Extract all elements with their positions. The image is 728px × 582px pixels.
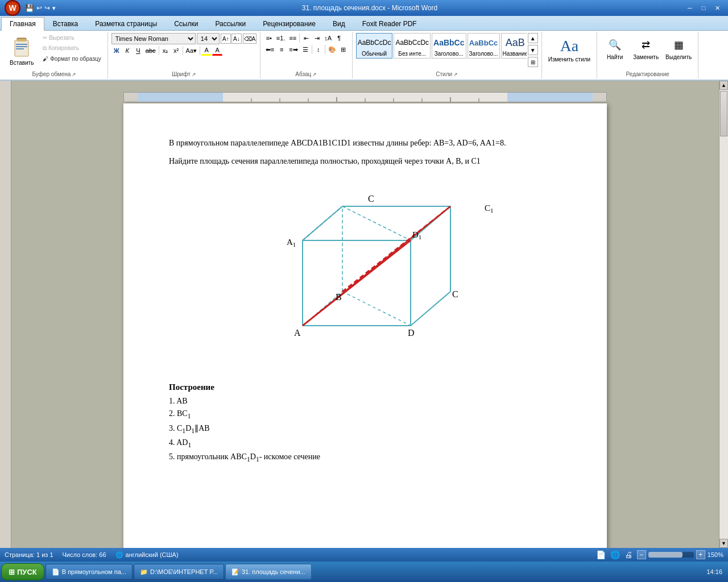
increase-indent-button[interactable]: ⇥ — [312, 33, 322, 43]
close-button[interactable]: ✕ — [711, 3, 723, 13]
tab-view[interactable]: Вид — [324, 17, 354, 30]
step-3: 3. C1D1∥AB — [169, 423, 561, 435]
style-normal[interactable]: AaBbCcDc Обычный — [356, 33, 393, 59]
cut-button[interactable]: ✂ Вырезать — [40, 33, 104, 43]
tab-review[interactable]: Рецензирование — [254, 17, 324, 30]
doc-scroll-area[interactable]: В прямоугольном параллелепипеде ABCDA1B1… — [11, 81, 719, 548]
align-left-button[interactable]: ⬅≡ — [264, 44, 276, 55]
language-info[interactable]: 🌐 английский (США) — [115, 551, 179, 559]
align-center-button[interactable]: ≡ — [276, 44, 287, 55]
tab-references[interactable]: Ссылки — [166, 17, 206, 30]
sep5 — [312, 45, 312, 54]
highlight-button[interactable]: А — [201, 45, 212, 56]
multilevel-button[interactable]: ≡≡ — [287, 33, 298, 43]
minimize-button[interactable]: ─ — [684, 3, 696, 13]
svg-text:C: C — [452, 289, 458, 299]
format-paint-button[interactable]: 🖌 Формат по образцу — [40, 54, 104, 64]
style-h2[interactable]: AaBbCc Заголово... — [468, 33, 500, 59]
case-button[interactable]: Аа▾ — [184, 45, 199, 56]
change-styles-icon: Аа — [560, 36, 578, 56]
view-print-button[interactable]: 🖨 — [624, 550, 632, 559]
shading-button[interactable]: 🎨 — [326, 44, 338, 55]
font-size-select[interactable]: 14 — [197, 33, 220, 44]
strikethrough-button[interactable]: аbc — [144, 45, 158, 56]
maximize-button[interactable]: □ — [697, 3, 710, 13]
ribbon: Вставить ✂ Вырезать ⧉ Копировать 🖌 Форма… — [0, 31, 728, 81]
horizontal-ruler — [123, 92, 607, 102]
find-button[interactable]: 🔍 Найти — [601, 33, 629, 63]
zoom-level: 150% — [708, 551, 723, 558]
numbering-button[interactable]: ≡1. — [275, 33, 287, 43]
show-marks-button[interactable]: ¶ — [334, 33, 344, 43]
font-color-button[interactable]: А — [212, 45, 222, 56]
select-button[interactable]: ▦ Выделить — [663, 33, 694, 63]
styles-scroll-down[interactable]: ▼ — [528, 45, 538, 55]
zoom-out-button[interactable]: − — [637, 550, 646, 559]
superscript-button[interactable]: x² — [171, 45, 181, 56]
office-logo[interactable]: W — [5, 0, 20, 16]
scroll-down-arrow[interactable]: ▼ — [719, 539, 728, 548]
paste-button[interactable]: Вставить — [5, 33, 39, 69]
svg-line-28 — [411, 292, 450, 326]
taskbar-item-3[interactable]: 📝 31. площадь сечени... — [225, 564, 312, 580]
vertical-scrollbar: ▲ ▼ — [719, 81, 728, 548]
change-styles-content: Аа Изменить стили — [545, 33, 593, 69]
font-grow-button[interactable]: A↑ — [221, 34, 231, 44]
style-normal-preview: AaBbCcDc — [358, 35, 391, 51]
step-5: 5. прямоугольник ABC1D1- искомое сечение — [169, 452, 561, 463]
bullets-button[interactable]: ≡• — [264, 33, 274, 43]
styles-scroll-up[interactable]: ▲ — [528, 33, 538, 43]
tab-page-layout[interactable]: Разметка страницы — [86, 17, 166, 30]
svg-text:A: A — [294, 328, 301, 338]
quick-undo[interactable]: ↩ — [36, 4, 42, 12]
view-normal-button[interactable]: 📄 — [596, 550, 606, 559]
view-web-button[interactable]: 🌐 — [610, 550, 620, 559]
scroll-track[interactable] — [719, 90, 728, 539]
underline-button[interactable]: Ч — [133, 45, 143, 56]
font-shrink-button[interactable]: A↓ — [231, 34, 242, 44]
style-title[interactable]: AaB Название — [501, 33, 527, 59]
scroll-thumb[interactable] — [720, 91, 727, 136]
font-expand[interactable]: ↗ — [192, 72, 196, 77]
taskbar-item-1[interactable]: 📄 В прямоугольном па... — [46, 564, 133, 580]
italic-button[interactable]: К — [122, 45, 133, 56]
tab-insert[interactable]: Вставка — [44, 17, 87, 30]
quick-redo[interactable]: ↪ — [44, 4, 50, 12]
zoom-in-button[interactable]: + — [696, 550, 705, 559]
subscript-button[interactable]: x₂ — [160, 45, 171, 56]
scroll-up-arrow[interactable]: ▲ — [719, 81, 728, 90]
justify-button[interactable]: ☰ — [300, 44, 311, 55]
styles-expand[interactable]: ⊞ — [528, 57, 538, 67]
decrease-indent-button[interactable]: ⇤ — [301, 33, 311, 43]
borders-button[interactable]: ⊞ — [338, 44, 349, 55]
editing-content: 🔍 Найти ⇄ Заменить ▦ Выделить — [601, 33, 694, 70]
clipboard-expand[interactable]: ↗ — [72, 72, 76, 77]
tab-foxit[interactable]: Foxit Reader PDF — [354, 17, 425, 30]
style-h1[interactable]: AaBbCc Заголово... — [432, 33, 466, 59]
style-no-spacing-preview: AaBbCcDc — [395, 35, 429, 51]
paste-icon — [11, 36, 32, 60]
tab-mailings[interactable]: Рассылки — [206, 17, 254, 30]
style-no-spacing[interactable]: AaBbCcDc Без инте... — [394, 33, 431, 59]
font-name-select[interactable]: Times New Roman — [111, 33, 196, 44]
change-styles-button[interactable]: Аа Изменить стили — [545, 33, 593, 65]
para-expand[interactable]: ↗ — [312, 72, 317, 77]
svg-rect-4 — [16, 46, 27, 47]
tab-home[interactable]: Главная — [1, 17, 44, 31]
quick-save[interactable]: 💾 — [25, 4, 34, 13]
language-label: английский (США) — [126, 551, 179, 558]
sort-button[interactable]: ↕A — [322, 33, 333, 43]
copy-button[interactable]: ⧉ Копировать — [40, 43, 104, 53]
taskbar-item-2[interactable]: 📁 D:\MOE\ИНТЕРНЕТ Р... — [134, 564, 224, 580]
svg-rect-2 — [17, 39, 26, 41]
start-button[interactable]: ⊞ ПУСК — [1, 563, 44, 580]
align-right-button[interactable]: ≡➡ — [287, 44, 299, 55]
zoom-controls: − + 150% — [637, 550, 723, 559]
font-content: Times New Roman 14 A↑ A↓ ⌫A Ж К Ч аbc — [111, 33, 257, 70]
replace-button[interactable]: ⇄ Заменить — [630, 33, 661, 63]
styles-expand-btn[interactable]: ↗ — [453, 72, 458, 77]
bold-button[interactable]: Ж — [111, 45, 122, 56]
line-spacing-button[interactable]: ↕ — [313, 44, 324, 55]
step-4: 4. AD1 — [169, 438, 561, 449]
clear-format-button[interactable]: ⌫A — [243, 34, 257, 44]
